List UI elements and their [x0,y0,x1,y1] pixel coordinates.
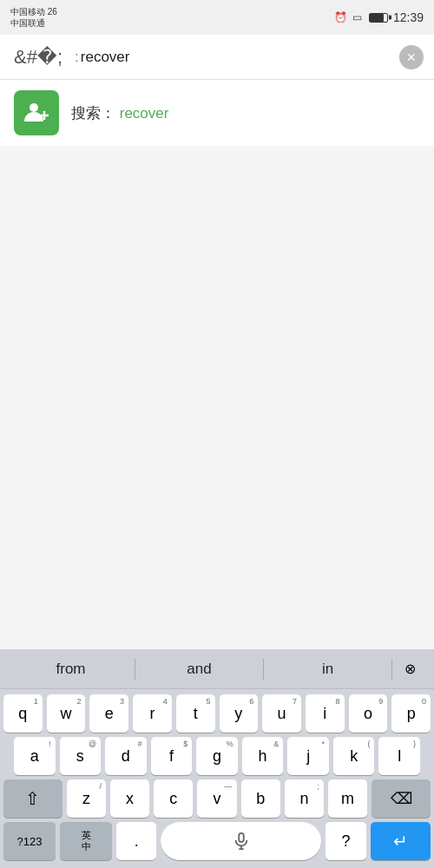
person-add-icon [23,99,50,127]
keyboard-row-4: ?123 英中 . ? ↵ [3,822,431,860]
suggestion-delete-icon: ⊗ [404,661,416,677]
keyboard-rows: 1q 2w 3e 4r 5t 6y 7u 8i 9o 0p !a @s #d $… [0,689,434,868]
shift-icon: ⇧ [25,790,40,807]
key-f[interactable]: $f [151,737,193,775]
key-k[interactable]: (k [333,737,375,775]
suggestion-in[interactable]: in [264,654,391,685]
battery-icon [369,13,388,23]
svg-point-0 [30,103,38,112]
lang-key[interactable]: 英中 [60,822,112,860]
result-icon [14,90,59,135]
key-s[interactable]: @s [60,737,102,775]
key-a[interactable]: !a [14,737,56,775]
num-key[interactable]: ?123 [3,822,56,860]
display-icon: ▭ [352,11,362,23]
suggestion-row: from and in ⊗ [0,649,434,689]
key-h[interactable]: &h [242,737,284,775]
search-colon: : [75,49,79,66]
keyboard-row-1: 1q 2w 3e 4r 5t 6y 7u 8i 9o 0p [3,694,431,733]
key-w[interactable]: 2w [47,694,86,733]
carrier1: 中国移动 26 [10,6,57,17]
space-key[interactable] [161,822,321,860]
carrier2: 中国联通 [10,17,57,29]
clear-button[interactable]: ✕ [399,45,424,69]
shift-key[interactable]: ⇧ [3,779,62,818]
mic-icon [232,832,251,851]
search-bar: &#�; : recover ✕ [0,35,434,80]
key-t[interactable]: 5t [176,694,215,733]
key-x[interactable]: x [110,779,149,818]
key-b[interactable]: b [241,779,280,818]
enter-key[interactable]: ↵ [371,822,431,860]
status-bar: 中国移动 26 中国联通 ⏰ ▭ 12:39 [0,0,434,35]
time-display: 12:39 [393,10,424,24]
key-p[interactable]: 0p [391,694,431,733]
result-label: 搜索： recover [71,103,168,123]
key-o[interactable]: 9o [349,694,388,733]
back-button[interactable]: &#�; [10,43,66,72]
key-i[interactable]: 8i [306,694,345,733]
result-highlight: recover [115,105,168,122]
svg-rect-3 [239,833,244,842]
key-q[interactable]: 1q [3,694,43,733]
key-v[interactable]: —v [197,779,236,818]
key-c[interactable]: c [154,779,193,818]
key-l[interactable]: )l [378,737,420,775]
backspace-key[interactable]: ⌫ [372,779,431,818]
backspace-icon: ⌫ [391,791,412,806]
result-prefix: 搜索： [71,105,115,122]
search-query: recover [81,49,130,66]
key-z[interactable]: /z [67,779,106,818]
key-g[interactable]: %g [196,737,238,775]
key-j[interactable]: *j [287,737,329,775]
search-result-item[interactable]: 搜索： recover [0,80,434,146]
key-n[interactable]: ;n [285,779,324,818]
status-icons: ⏰ ▭ 12:39 [334,10,424,24]
suggestion-and[interactable]: and [135,654,263,685]
key-e[interactable]: 3e [89,694,128,733]
key-u[interactable]: 7u [262,694,301,733]
keyboard: from and in ⊗ 1q 2w 3e 4r 5t 6y 7u 8i 9o… [0,649,434,868]
period-key[interactable]: . [116,822,156,860]
clear-icon: ✕ [406,50,417,64]
enter-icon: ↵ [393,832,408,850]
key-m[interactable]: m [328,779,367,818]
question-key[interactable]: ? [326,822,365,860]
main-content [0,146,434,571]
keyboard-row-3: ⇧ /z x c —v b ;n m ⌫ [3,779,431,818]
suggestion-delete-button[interactable]: ⊗ [392,654,427,685]
key-d[interactable]: #d [105,737,147,775]
alarm-icon: ⏰ [334,11,347,23]
key-r[interactable]: 4r [133,694,172,733]
keyboard-row-2: !a @s #d $f %g &h *j (k )l [3,737,431,775]
search-input[interactable]: : recover [75,49,391,66]
suggestion-from[interactable]: from [7,654,135,685]
key-y[interactable]: 6y [220,694,259,733]
carrier-info: 中国移动 26 中国联通 [10,6,57,29]
